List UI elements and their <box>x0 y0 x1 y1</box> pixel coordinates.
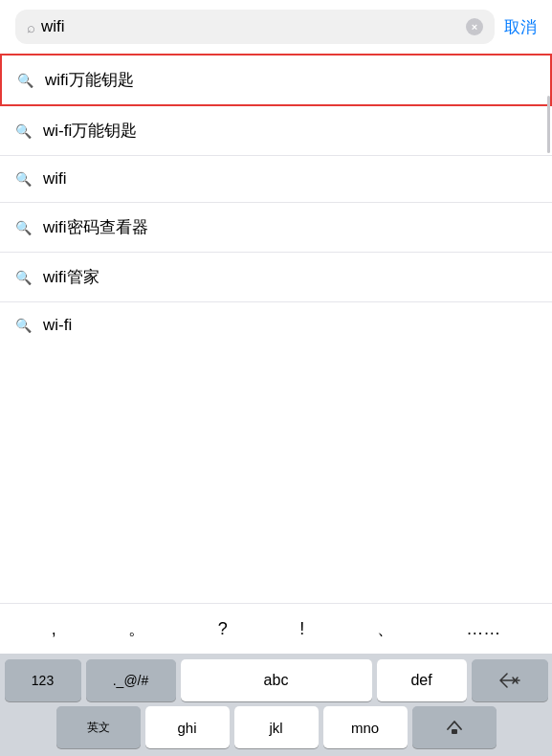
search-input[interactable] <box>41 17 460 36</box>
cancel-button[interactable]: 取消 <box>504 16 537 38</box>
key-exclaim[interactable]: ! <box>292 615 312 643</box>
suggestion-text-4: wifi管家 <box>43 266 99 288</box>
search-suggestion-icon-2: 🔍 <box>15 171 32 187</box>
key-period[interactable]: 。 <box>121 613 153 644</box>
key-jkl[interactable]: jkl <box>234 706 319 748</box>
key-question[interactable]: ? <box>210 615 235 643</box>
keyboard-area: , 。 ? ! 、 …… 123 ._@/# abc def 英文 ghi jk… <box>0 603 552 756</box>
key-language[interactable]: 英文 <box>56 706 141 748</box>
suggestion-text-1: wi-fi万能钥匙 <box>43 120 137 142</box>
key-def[interactable]: def <box>377 659 467 701</box>
keyboard-rows: 123 ._@/# abc def 英文 ghi jkl mno <box>0 654 552 756</box>
suggestion-text-3: wifi密码查看器 <box>43 216 148 238</box>
svg-rect-2 <box>452 729 457 734</box>
search-suggestion-icon-1: 🔍 <box>15 123 32 139</box>
key-comma[interactable]: , <box>44 615 64 643</box>
suggestion-text-5: wi-fi <box>43 316 72 335</box>
search-bar: ⌕ × 取消 <box>0 0 552 54</box>
search-suggestion-icon-4: 🔍 <box>15 270 32 285</box>
suggestion-text-2: wifi <box>43 169 67 189</box>
search-suggestion-icon-0: 🔍 <box>17 73 33 88</box>
suggestion-item-4[interactable]: 🔍 wifi管家 <box>0 253 552 302</box>
search-input-wrapper: ⌕ × <box>15 10 495 44</box>
key-ghi[interactable]: ghi <box>145 706 230 748</box>
suggestion-item-0[interactable]: 🔍 wifi万能钥匙 <box>0 54 552 106</box>
search-suggestion-icon-5: 🔍 <box>15 318 32 333</box>
key-ellipsis[interactable]: …… <box>458 615 508 643</box>
special-chars-row: , 。 ? ! 、 …… <box>0 603 552 654</box>
suggestion-item-3[interactable]: 🔍 wifi密码查看器 <box>0 203 552 253</box>
key-backspace[interactable] <box>472 659 548 701</box>
key-123[interactable]: 123 <box>5 659 81 701</box>
key-shift[interactable] <box>412 706 497 748</box>
key-row-1: 123 ._@/# abc def <box>4 659 548 701</box>
suggestion-item-1[interactable]: 🔍 wi-fi万能钥匙 <box>0 106 552 156</box>
suggestion-item-2[interactable]: 🔍 wifi <box>0 156 552 203</box>
key-mno[interactable]: mno <box>323 706 408 748</box>
suggestion-text-0: wifi万能钥匙 <box>45 69 134 91</box>
key-pause[interactable]: 、 <box>369 613 402 644</box>
clear-button[interactable]: × <box>466 18 483 35</box>
key-symbol[interactable]: ._@/# <box>86 659 176 701</box>
search-suggestion-icon-3: 🔍 <box>15 220 32 235</box>
search-icon: ⌕ <box>27 19 35 35</box>
scrollbar[interactable] <box>547 96 550 153</box>
suggestions-list: 🔍 wifi万能钥匙 🔍 wi-fi万能钥匙 🔍 wifi 🔍 wifi密码查看… <box>0 54 552 348</box>
key-row-2: 英文 ghi jkl mno <box>4 706 548 752</box>
key-abc[interactable]: abc <box>181 659 372 701</box>
suggestion-item-5[interactable]: 🔍 wi-fi <box>0 302 552 348</box>
